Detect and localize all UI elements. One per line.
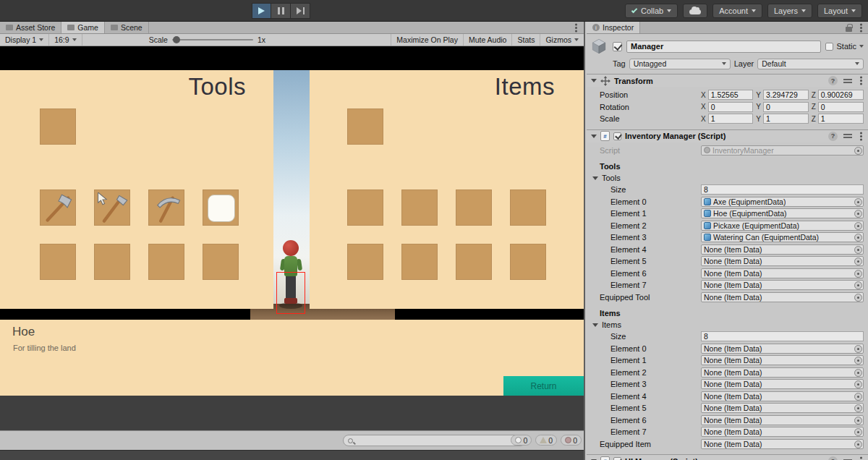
tab-inspector[interactable]: iInspector	[587, 22, 640, 33]
static-checkbox[interactable]	[825, 43, 833, 51]
object-picker-icon[interactable]	[854, 198, 862, 206]
mute-audio-toggle[interactable]: Mute Audio	[463, 34, 512, 46]
account-dropdown[interactable]: Account	[712, 4, 762, 18]
scale-z-field[interactable]: 1	[818, 114, 864, 124]
item-slot[interactable]	[456, 244, 492, 280]
layers-dropdown[interactable]: Layers	[767, 4, 812, 18]
scale-y-field[interactable]: 1	[763, 114, 809, 124]
object-picker-icon[interactable]	[854, 246, 862, 254]
return-button[interactable]: Return	[503, 376, 584, 396]
tab-menu-button[interactable]	[573, 23, 579, 33]
object-picker-icon[interactable]	[854, 210, 862, 218]
foldout-icon[interactable]	[591, 79, 597, 82]
object-field[interactable]: None (Item Data)	[701, 367, 864, 378]
object-field[interactable]: None (Item Data)	[701, 403, 864, 413]
tag-dropdown[interactable]: Untagged	[629, 59, 731, 69]
tool-slot-watering-can[interactable]	[203, 189, 239, 226]
object-field[interactable]: None (Item Data)	[701, 439, 864, 449]
object-picker-icon[interactable]	[854, 294, 862, 302]
items-array-foldout[interactable]: Items	[587, 319, 868, 331]
object-field[interactable]: None (Item Data)	[701, 379, 864, 389]
object-field[interactable]: None (Item Data)	[701, 268, 864, 278]
info-count-badge[interactable]: 0	[511, 435, 532, 446]
item-slot[interactable]	[510, 189, 546, 226]
aspect-dropdown[interactable]: 16:9	[49, 34, 82, 46]
position-y-field[interactable]: 3.294729	[763, 90, 809, 100]
kebab-icon[interactable]	[860, 80, 862, 82]
object-picker-icon[interactable]	[854, 404, 862, 412]
maximize-on-play-toggle[interactable]: Maximize On Play	[391, 34, 463, 46]
object-field[interactable]: Axe (EquipmentData)	[701, 197, 864, 207]
object-picker-icon[interactable]	[854, 357, 862, 365]
object-field[interactable]: None (Item Data)	[701, 292, 864, 302]
position-z-field[interactable]: 0.900269	[818, 90, 864, 100]
warning-count-badge[interactable]: 0	[535, 435, 557, 446]
scale-slider-knob[interactable]	[173, 36, 180, 43]
object-field[interactable]: None (Item Data)	[701, 280, 864, 290]
items-size-field[interactable]: 8	[701, 331, 864, 341]
tab-game[interactable]: Game	[61, 22, 105, 33]
foldout-icon[interactable]	[592, 176, 598, 180]
object-field[interactable]: None (Item Data)	[701, 415, 864, 425]
search-input[interactable]	[356, 437, 521, 445]
object-field[interactable]: Hoe (EquipmentData)	[701, 208, 864, 218]
object-picker-icon[interactable]	[854, 147, 862, 155]
preset-icon[interactable]	[843, 77, 852, 85]
console-search[interactable]	[343, 435, 526, 446]
object-field[interactable]: None (Item Data)	[701, 355, 864, 365]
layout-dropdown[interactable]: Layout	[817, 4, 862, 18]
object-field[interactable]: None (Item Data)	[701, 256, 864, 266]
scale-slider[interactable]	[172, 39, 253, 41]
object-picker-icon[interactable]	[854, 380, 862, 388]
kebab-icon[interactable]	[860, 27, 862, 29]
object-field[interactable]: None (Item Data)	[701, 427, 864, 437]
object-picker-icon[interactable]	[854, 234, 862, 242]
item-slot[interactable]	[401, 244, 438, 280]
collab-dropdown[interactable]: Collab	[625, 4, 678, 18]
object-picker-icon[interactable]	[854, 222, 862, 230]
object-picker-icon[interactable]	[854, 270, 862, 278]
tool-slot-pickaxe[interactable]	[148, 189, 184, 226]
tools-array-foldout[interactable]: Tools	[587, 172, 868, 184]
object-picker-icon[interactable]	[854, 281, 862, 289]
object-picker-icon[interactable]	[854, 257, 862, 265]
tool-slot[interactable]	[94, 244, 130, 280]
kebab-icon[interactable]	[860, 135, 862, 137]
tool-slot[interactable]	[40, 108, 76, 145]
object-field[interactable]: Pickaxe (EquipmentData)	[701, 221, 864, 231]
active-checkbox[interactable]	[613, 42, 622, 51]
display-dropdown[interactable]: Display 1	[0, 34, 49, 46]
pause-button[interactable]	[271, 3, 291, 19]
rotation-y-field[interactable]: 0	[763, 102, 809, 112]
transform-header[interactable]: Transform ?	[587, 74, 868, 87]
foldout-icon[interactable]	[591, 135, 597, 138]
object-picker-icon[interactable]	[854, 428, 862, 436]
object-field[interactable]: Watering Can (EquipmentData)	[701, 232, 864, 242]
gizmos-dropdown[interactable]: Gizmos	[540, 34, 584, 46]
object-field[interactable]: None (Item Data)	[701, 344, 864, 354]
tab-scene[interactable]: Scene	[105, 22, 149, 33]
play-button[interactable]	[252, 3, 271, 19]
layer-dropdown[interactable]: Default	[757, 59, 864, 69]
chevron-down-icon[interactable]	[859, 45, 864, 48]
inventory-manager-header[interactable]: # Inventory Manager (Script) ?	[587, 129, 868, 142]
item-slot[interactable]	[456, 189, 492, 226]
object-field[interactable]: None (Item Data)	[701, 244, 864, 255]
error-count-badge[interactable]: 0	[561, 435, 582, 446]
tools-size-field[interactable]: 8	[701, 184, 864, 195]
item-slot[interactable]	[510, 244, 546, 280]
step-button[interactable]	[291, 3, 310, 19]
object-picker-icon[interactable]	[854, 393, 862, 401]
tool-slot[interactable]	[148, 244, 184, 280]
cloud-button[interactable]	[683, 4, 707, 18]
preset-icon[interactable]	[843, 132, 852, 140]
rotation-x-field[interactable]: 0	[708, 102, 754, 112]
tool-slot[interactable]	[203, 244, 239, 280]
object-picker-icon[interactable]	[854, 440, 862, 448]
tool-slot-hoe[interactable]	[94, 189, 130, 226]
rotation-z-field[interactable]: 0	[818, 102, 864, 112]
object-picker-icon[interactable]	[854, 417, 862, 425]
lock-icon[interactable]	[846, 27, 852, 32]
item-slot[interactable]	[347, 108, 383, 145]
tool-slot-axe[interactable]	[40, 189, 76, 226]
